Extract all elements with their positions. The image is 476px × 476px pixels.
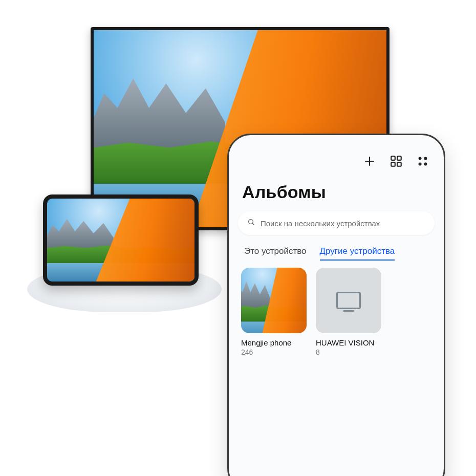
svg-rect-5 [397, 162, 401, 166]
device-thumbnail [241, 268, 307, 333]
device-name: Mengjie phone [241, 338, 307, 347]
search-placeholder: Поиск на нескольких устройствах [261, 219, 380, 228]
device-card[interactable]: HUAWEI VISION 8 [316, 268, 381, 356]
scene: Альбомы Поиск на нескольких устройствах … [0, 0, 476, 476]
tablet-wallpaper [47, 199, 194, 282]
svg-point-8 [419, 163, 421, 165]
grid-icon[interactable] [390, 155, 403, 168]
svg-line-11 [252, 223, 254, 225]
page-title: Альбомы [242, 182, 432, 202]
svg-point-6 [419, 158, 421, 160]
svg-point-9 [424, 163, 426, 165]
more-icon[interactable] [416, 155, 429, 168]
svg-rect-3 [397, 156, 401, 160]
device-card[interactable]: Mengjie phone 246 [241, 268, 307, 356]
svg-point-10 [249, 220, 253, 224]
device-tabs: Это устройство Другие устройства [244, 246, 431, 261]
phone-device: Альбомы Поиск на нескольких устройствах … [227, 134, 445, 476]
svg-rect-2 [391, 156, 395, 160]
svg-point-7 [424, 158, 426, 160]
device-name: HUAWEI VISION [316, 338, 381, 347]
device-thumbnail [316, 268, 381, 333]
device-count: 8 [316, 348, 381, 356]
header-actions [238, 142, 435, 168]
search-input[interactable]: Поиск на нескольких устройствах [238, 211, 435, 235]
svg-rect-4 [391, 162, 395, 166]
plus-icon[interactable] [363, 155, 376, 168]
device-count: 246 [241, 348, 307, 356]
tv-icon [336, 292, 361, 309]
tablet-device [43, 194, 199, 286]
tab-other-devices[interactable]: Другие устройства [320, 246, 395, 261]
tab-this-device[interactable]: Это устройство [244, 246, 307, 261]
search-icon [247, 218, 255, 228]
device-grid: Mengjie phone 246 HUAWEI VISION 8 [241, 268, 435, 356]
